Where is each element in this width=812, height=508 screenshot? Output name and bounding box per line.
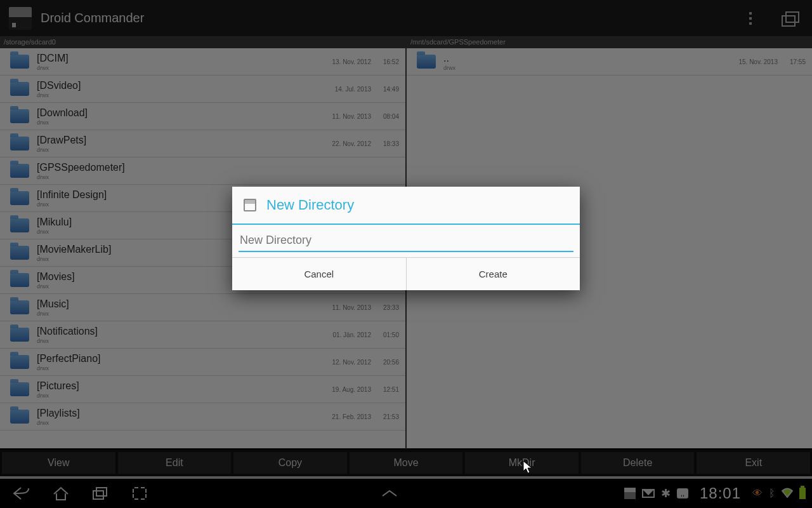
create-button[interactable]: Create	[407, 258, 580, 290]
new-directory-dialog: New Directory Cancel Create	[232, 187, 580, 290]
save-icon	[244, 199, 256, 211]
cancel-button[interactable]: Cancel	[232, 258, 406, 290]
dialog-title: New Directory	[266, 197, 354, 213]
directory-name-input[interactable]	[239, 231, 573, 252]
